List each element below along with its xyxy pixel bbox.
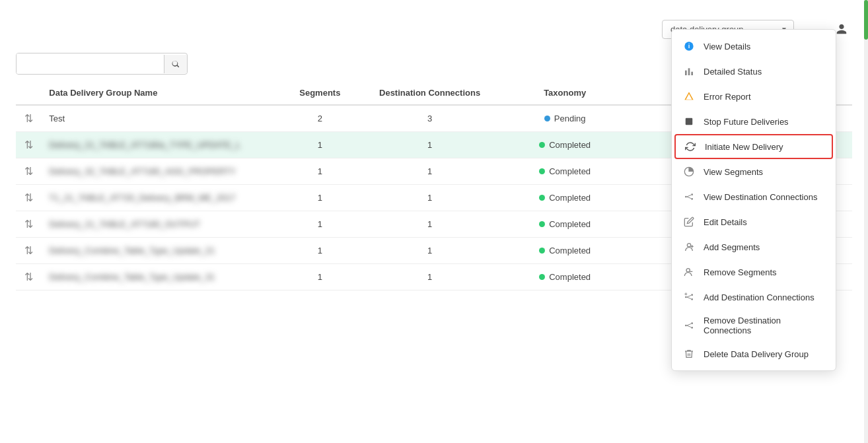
menu-item-label: Remove Segments [704, 267, 777, 277]
taxonomy-dot [539, 168, 545, 174]
row-segments: 1 [277, 158, 362, 185]
row-sort-icon: ⇅ [24, 271, 33, 283]
menu-item-add-segments[interactable]: Add Segments [672, 234, 836, 259]
row-sort-icon: ⇅ [24, 245, 33, 256]
menu-item-label: View Details [704, 42, 750, 51]
row-segments: 1 [277, 132, 362, 158]
row-icon-cell: ⇅ [16, 185, 41, 211]
bar-chart-icon [682, 65, 696, 78]
menu-item-label: View Destination Connections [704, 192, 817, 202]
svg-rect-2 [685, 71, 687, 75]
row-destinations: 1 [362, 264, 497, 290]
menu-item-label: Delete Data Delivery Group [704, 349, 809, 359]
svg-point-10 [691, 193, 693, 195]
svg-point-11 [691, 198, 693, 200]
taxonomy-status: Completed [539, 246, 591, 256]
taxonomy-status: Completed [539, 193, 591, 203]
taxonomy-dot [539, 221, 545, 227]
row-icon-cell: ⇅ [16, 158, 41, 185]
svg-line-22 [687, 295, 692, 297]
row-sort-icon: ⇅ [24, 113, 33, 124]
row-destinations: 1 [362, 158, 497, 185]
row-taxonomy: Completed [497, 211, 633, 238]
svg-text:!: ! [688, 95, 690, 99]
svg-line-12 [687, 195, 692, 197]
menu-item-label: Detailed Status [704, 67, 762, 77]
menu-item-view-destination-connections[interactable]: View Destination Connections [672, 184, 836, 209]
menu-item-label: Remove Destination Connections [704, 316, 825, 335]
search-button[interactable] [164, 55, 187, 73]
menu-item-view-details[interactable]: i View Details [672, 34, 836, 59]
menu-item-label: Add Destination Connections [704, 292, 814, 302]
svg-point-9 [685, 196, 687, 198]
svg-point-17 [686, 269, 690, 272]
scroll-thumb[interactable] [864, 0, 868, 40]
svg-text:i: i [688, 43, 690, 50]
row-taxonomy: Completed [497, 238, 633, 264]
row-icon-cell: ⇅ [16, 132, 41, 158]
search-box [16, 53, 188, 75]
taxonomy-status: Completed [539, 272, 591, 282]
row-destinations: 3 [362, 105, 497, 132]
refresh-icon [684, 140, 697, 153]
menu-item-error-report[interactable]: ! Error Report [672, 84, 836, 109]
row-sort-icon: ⇅ [24, 166, 33, 177]
row-icon-cell: ⇅ [16, 264, 41, 290]
menu-item-initiate-new-delivery[interactable]: Initiate New Delivery [674, 134, 833, 159]
svg-rect-6 [686, 118, 693, 125]
remove-segments-icon [682, 265, 696, 279]
menu-item-label: Add Segments [704, 242, 760, 252]
row-taxonomy: Pending [497, 105, 633, 132]
svg-point-26 [685, 325, 687, 327]
menu-item-remove-destination-connections[interactable]: Remove Destination Connections [672, 310, 836, 341]
add-connections-icon [682, 290, 696, 304]
svg-line-23 [687, 297, 692, 299]
row-sort-icon: ⇅ [24, 192, 33, 203]
scroll-track[interactable] [864, 0, 868, 443]
page-wrapper: data delivery group... Data Delivery Gro… [0, 0, 868, 443]
row-name: Delivery_Combine_Table_Type_Update_31 [41, 264, 277, 290]
row-destinations: 1 [362, 132, 497, 158]
taxonomy-dot [539, 274, 545, 280]
menu-item-detailed-status[interactable]: Detailed Status [672, 59, 836, 84]
menu-item-label: View Segments [704, 167, 763, 177]
taxonomy-dot [539, 248, 545, 254]
svg-point-28 [691, 327, 693, 329]
row-segments: 1 [277, 264, 362, 290]
row-icon-cell: ⇅ [16, 105, 41, 132]
trash-icon [682, 347, 696, 360]
col-destinations: Destination Connections [362, 81, 497, 105]
row-segments: 1 [277, 185, 362, 211]
menu-item-edit-details[interactable]: Edit Details [672, 209, 836, 234]
menu-item-add-destination-connections[interactable]: Add Destination Connections [672, 285, 836, 310]
menu-item-delete-data-delivery-group[interactable]: Delete Data Delivery Group [672, 341, 836, 366]
svg-line-29 [687, 324, 692, 325]
pie-chart-icon [682, 165, 696, 178]
row-taxonomy: Completed [497, 185, 633, 211]
context-menu: i View Details Detailed Status ! Error R… [671, 29, 836, 371]
search-input[interactable] [17, 53, 164, 74]
warning-icon: ! [682, 90, 696, 103]
row-segments: 1 [277, 211, 362, 238]
pencil-icon [682, 215, 696, 228]
row-taxonomy: Completed [497, 132, 633, 158]
svg-point-20 [691, 294, 693, 296]
row-name: T1_21_TABLE_AT720_Delivery_BRM_ME_2017 [41, 185, 277, 211]
col-icon [16, 81, 41, 105]
svg-line-30 [687, 325, 692, 327]
taxonomy-dot [544, 116, 550, 121]
row-name: Delivery_Combine_Table_Type_Update_21 [41, 238, 277, 264]
row-name: Test [41, 105, 277, 132]
row-sort-icon: ⇅ [24, 139, 33, 151]
row-taxonomy: Completed [497, 158, 633, 185]
menu-item-stop-future-deliveries[interactable]: Stop Future Deliveries [672, 109, 836, 134]
row-name: Delivery_32_TABLE_AT7180_AGG_PROPERTY [41, 158, 277, 185]
menu-item-view-segments[interactable]: View Segments [672, 159, 836, 184]
row-icon-cell: ⇅ [16, 238, 41, 264]
menu-item-remove-segments[interactable]: Remove Segments [672, 259, 836, 285]
svg-line-13 [687, 197, 692, 199]
row-name: Delivery_21_TABLE_AT7180_OUTPUT [41, 211, 277, 238]
row-icon-cell: ⇅ [16, 211, 41, 238]
menu-item-label: Initiate New Delivery [705, 142, 783, 152]
connections-icon [682, 190, 696, 203]
